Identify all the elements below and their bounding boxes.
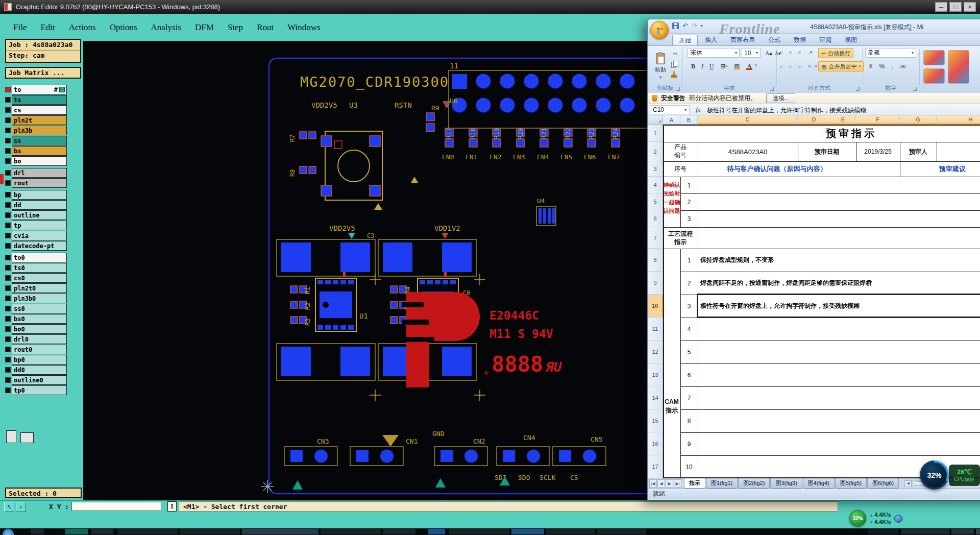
row-header-3[interactable]: 3: [648, 161, 663, 177]
layer-visibility-checkbox[interactable]: [5, 148, 11, 154]
layer-row-ss[interactable]: ss: [5, 136, 67, 145]
confirm-row-number[interactable]: 1: [680, 177, 698, 193]
sheet-tab-4[interactable]: 图4(fig4): [803, 478, 835, 489]
layer-visibility-checkbox[interactable]: [5, 117, 11, 123]
row-header-17[interactable]: 17: [648, 455, 663, 478]
layer-bar[interactable]: ts0: [12, 263, 67, 273]
taskbar-button[interactable]: [242, 529, 318, 534]
row-header-8[interactable]: 8: [648, 249, 663, 272]
number-format-combo[interactable]: 常规▾: [865, 48, 916, 58]
taskbar-button[interactable]: [117, 529, 178, 534]
conditional-formatting-icon[interactable]: [923, 50, 945, 65]
layer-row-ts0[interactable]: ts0: [5, 263, 67, 273]
cam-row-number[interactable]: 5: [680, 341, 698, 363]
minimize-icon[interactable]: ─: [935, 2, 947, 12]
layer-bar[interactable]: bo: [12, 156, 67, 166]
layer-row-pln3b0[interactable]: pln3b0: [5, 294, 67, 303]
layer-visibility-checkbox[interactable]: [5, 347, 11, 352]
row-header-14[interactable]: 14: [648, 386, 663, 409]
crosshair-tool-icon[interactable]: +: [16, 502, 26, 512]
scroll-left-icon[interactable]: ◀: [904, 480, 912, 487]
italic-button[interactable]: I: [698, 62, 707, 71]
layer-visibility-checkbox[interactable]: [5, 212, 11, 218]
layer-bar[interactable]: cs0: [12, 273, 67, 283]
job-matrix-button[interactable]: Job Matrix ...: [5, 67, 81, 79]
layer-bar[interactable]: drl: [12, 168, 67, 178]
cam-row-text[interactable]: 保持焊盘成型规则，不变形: [698, 249, 980, 272]
menu-edit[interactable]: Edit: [40, 22, 55, 33]
column-header-B[interactable]: B: [680, 115, 698, 125]
layer-bar[interactable]: dd: [12, 200, 67, 210]
job-name[interactable]: Job : 4s88a023a0: [6, 40, 80, 51]
row-header-12[interactable]: 12: [648, 341, 663, 363]
tab-review[interactable]: 审阅: [813, 35, 838, 45]
layer-visibility-checkbox[interactable]: [5, 107, 11, 113]
font-color-dropdown-icon[interactable]: ▾: [755, 63, 757, 67]
layer-visibility-checkbox[interactable]: [5, 233, 11, 238]
cam-row-text[interactable]: [698, 409, 980, 432]
layer-row-bs[interactable]: bs: [5, 146, 67, 156]
cam-row-number[interactable]: 3: [680, 295, 698, 318]
layer-row-bp[interactable]: bp: [5, 190, 67, 200]
copy-icon[interactable]: [671, 61, 678, 68]
layer-bar[interactable]: tp0: [12, 385, 67, 395]
layer-row-dd[interactable]: dd: [5, 200, 67, 210]
tab-home[interactable]: 开始: [672, 35, 698, 45]
layer-visibility-checkbox[interactable]: [5, 326, 11, 332]
cam-row-number[interactable]: 4: [680, 318, 698, 341]
taskbar-button[interactable]: [546, 529, 595, 534]
orientation-icon[interactable]: ↗: [808, 50, 813, 56]
layer-bar[interactable]: rout0: [12, 345, 67, 354]
layer-visibility-checkbox[interactable]: [5, 377, 11, 383]
layer-bar[interactable]: bp0: [12, 355, 67, 364]
menu-options[interactable]: Options: [110, 22, 137, 33]
row-header-13[interactable]: 13: [648, 363, 663, 386]
layer-bar[interactable]: drl0: [12, 334, 67, 344]
layer-visibility-checkbox[interactable]: [5, 158, 11, 164]
cam-row-text[interactable]: [698, 318, 980, 341]
layer-visibility-checkbox[interactable]: [5, 336, 11, 342]
sheet-tab-3[interactable]: 图3(fig3): [770, 478, 802, 489]
underline-button[interactable]: U: [707, 62, 716, 71]
confirm-row-number[interactable]: 2: [680, 193, 698, 210]
layer-bar[interactable]: datecode-pt: [12, 241, 67, 251]
formula-content[interactable]: 极性符号在开窗的焊盘上，允许掏字符制作，接受残缺模糊: [707, 106, 866, 115]
column-header-C[interactable]: C: [698, 115, 798, 125]
layer-visibility-checkbox[interactable]: [5, 223, 11, 228]
layer-bar[interactable]: tp: [12, 221, 67, 230]
sheet-tab-5[interactable]: 图5(fig5): [835, 478, 867, 489]
layer-bar[interactable]: to#: [12, 85, 67, 94]
currency-format-icon[interactable]: ¥: [866, 62, 875, 71]
fill-color-icon[interactable]: ▨: [732, 62, 742, 71]
taskbar-button[interactable]: [180, 529, 240, 534]
taskbar-button[interactable]: [511, 529, 544, 534]
layer-bar[interactable]: ss: [12, 136, 67, 145]
save-icon[interactable]: [672, 22, 679, 29]
landscape-page-icon[interactable]: [20, 432, 34, 443]
cam-row-number[interactable]: 8: [680, 409, 698, 432]
layer-bar[interactable]: bp: [12, 190, 67, 200]
clipboard-dialog-launcher-icon[interactable]: [676, 87, 680, 91]
layer-bar[interactable]: pln3b0: [12, 294, 67, 303]
font-size-combo[interactable]: 10▾: [742, 48, 761, 58]
layer-row-tp0[interactable]: tp0: [5, 385, 67, 395]
cam-row-number[interactable]: 2: [680, 272, 698, 295]
taskbar-button[interactable]: [428, 529, 445, 534]
alignment-dialog-launcher-icon[interactable]: [856, 87, 860, 91]
layer-bar[interactable]: dd0: [12, 365, 67, 375]
xy-coordinate-input[interactable]: [71, 502, 161, 511]
network-speed-widget[interactable]: 32% 4.4K/s 4.4K/s: [849, 510, 902, 527]
layer-visibility-checkbox[interactable]: [5, 255, 11, 260]
font-dialog-launcher-icon[interactable]: [770, 87, 774, 91]
tab-view[interactable]: 视图: [839, 35, 863, 45]
step-name[interactable]: Step: cam: [6, 51, 80, 61]
layer-bar[interactable]: pln2t0: [12, 283, 67, 293]
row-header-9[interactable]: 9: [648, 272, 663, 295]
percent-format-icon[interactable]: %: [877, 62, 887, 71]
layer-row-bs0[interactable]: bs0: [5, 314, 67, 324]
layer-visibility-checkbox[interactable]: [5, 97, 11, 103]
prev-sheet-icon[interactable]: ◀: [657, 479, 665, 488]
close-icon[interactable]: ×: [964, 2, 976, 12]
align-right-icon[interactable]: ≡: [798, 63, 801, 69]
decimal-format-icon[interactable]: .00: [898, 62, 907, 71]
